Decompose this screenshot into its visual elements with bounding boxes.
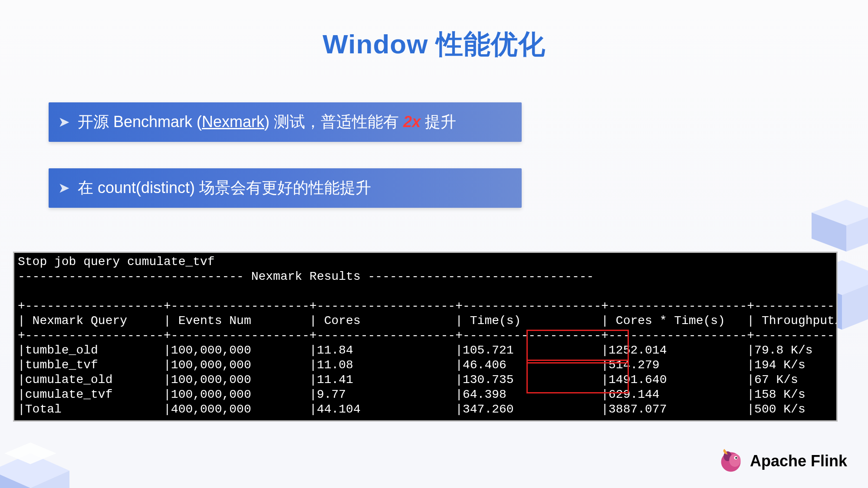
bullet-post: 提升: [421, 113, 456, 131]
brand: Apache Flink: [718, 448, 847, 474]
term-sep: +-------------------+-------------------…: [18, 417, 838, 422]
svg-marker-1: [0, 471, 30, 488]
term-row: |Total |400,000,000 |44.104 |347.260 |38…: [18, 403, 838, 416]
term-row: |tumble_tvf |100,000,000 |11.08 |46.406 …: [18, 358, 838, 372]
bullet-text: 在 count(distinct) 场景会有更好的性能提升: [78, 178, 371, 198]
chevron-icon: ➤: [58, 115, 70, 129]
term-sep: +-------------------+-------------------…: [18, 329, 838, 342]
brand-text: Apache Flink: [750, 452, 847, 470]
bullet-pre: 开源 Benchmark (: [78, 113, 202, 131]
speedup-factor: 2x: [403, 113, 421, 131]
svg-marker-0: [0, 453, 69, 488]
svg-point-12: [729, 454, 740, 467]
bullet-text: 开源 Benchmark (Nexmark) 测试，普适性能有 2x 提升: [78, 112, 456, 132]
term-row: |cumulate_tvf |100,000,000 |9.77 |64.398…: [18, 388, 838, 401]
bullet-count-distinct: ➤ 在 count(distinct) 场景会有更好的性能提升: [49, 168, 522, 208]
bullet-mid: ) 测试，普适性能有: [264, 113, 403, 131]
term-line-stop: Stop job query cumulate_tvf: [18, 255, 215, 269]
slide-title: Window 性能优化: [0, 26, 868, 62]
bullet-benchmark: ➤ 开源 Benchmark (Nexmark) 测试，普适性能有 2x 提升: [49, 102, 522, 142]
term-header-row: | Nexmark Query | Events Num | Cores | T…: [18, 314, 838, 328]
svg-point-14: [735, 457, 737, 459]
terminal-output: Stop job query cumulate_tvf ------------…: [13, 252, 838, 422]
svg-marker-6: [846, 213, 868, 252]
term-row: |tumble_old |100,000,000 |11.84 |105.721…: [18, 344, 838, 357]
svg-marker-4: [812, 200, 868, 226]
svg-marker-5: [812, 213, 846, 252]
nexmark-link[interactable]: Nexmark: [202, 113, 264, 131]
term-row: |cumulate_old |100,000,000 |11.41 |130.7…: [18, 373, 838, 386]
term-sep: +-------------------+-------------------…: [18, 299, 838, 313]
slide: Window 性能优化 ➤ 开源 Benchmark (Nexmark) 测试，…: [0, 0, 868, 488]
chevron-icon: ➤: [58, 181, 70, 195]
svg-marker-3: [4, 442, 56, 464]
svg-marker-2: [30, 471, 69, 488]
flink-logo-icon: [718, 448, 744, 474]
svg-marker-9: [842, 278, 868, 330]
term-line-title: ------------------------------- Nexmark …: [18, 270, 594, 283]
